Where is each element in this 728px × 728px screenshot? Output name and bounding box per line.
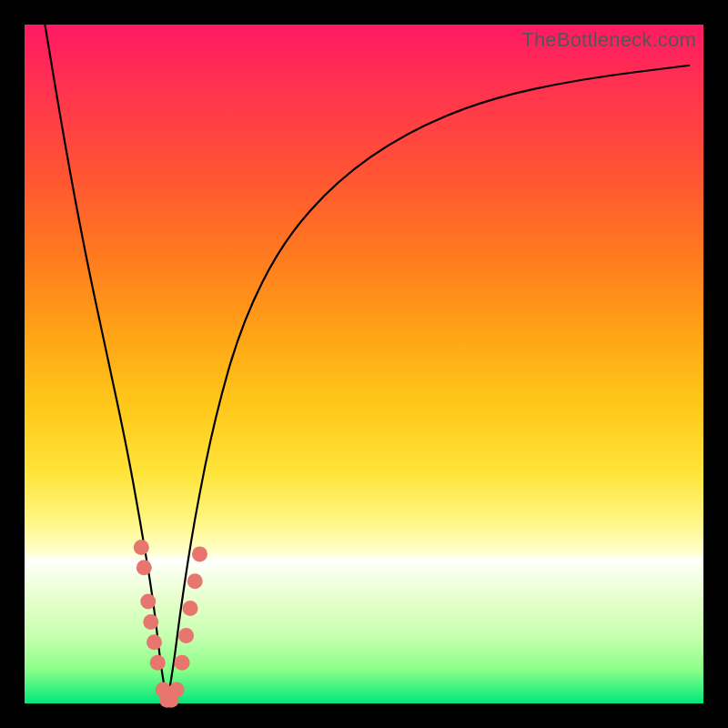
data-dot	[134, 540, 149, 555]
plot-area: TheBottleneck.com	[25, 25, 703, 703]
chart-svg	[25, 25, 703, 703]
data-dot	[143, 614, 158, 630]
data-dot	[187, 573, 203, 589]
data-dot	[192, 546, 207, 561]
data-dot	[183, 601, 198, 616]
data-dot	[136, 560, 152, 575]
data-dot	[169, 682, 185, 698]
chart-frame: TheBottleneck.com	[0, 0, 728, 728]
data-dot	[140, 594, 156, 610]
data-dot	[178, 628, 194, 643]
data-dot	[147, 634, 162, 650]
data-dot	[150, 655, 166, 671]
curve-right-branch	[167, 66, 690, 703]
data-dot	[175, 655, 190, 671]
